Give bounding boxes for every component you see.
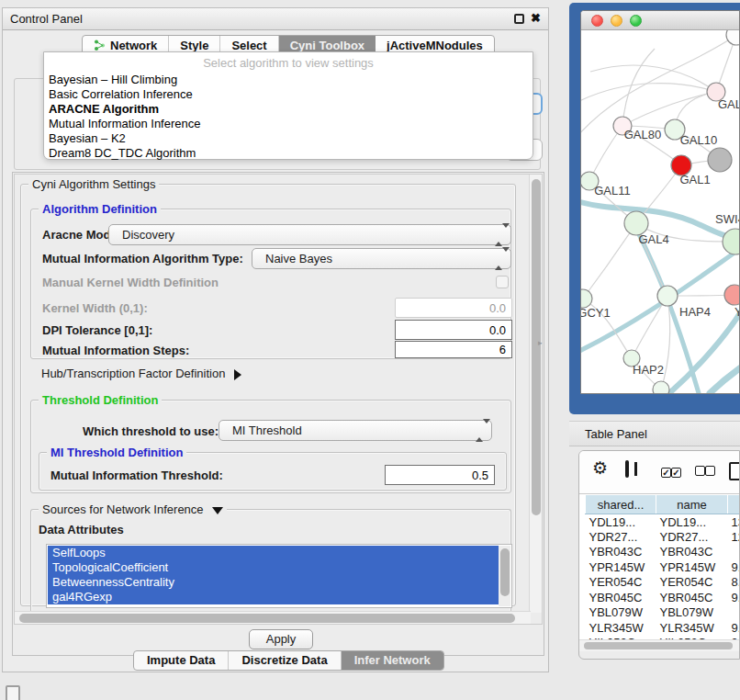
algorithm-option[interactable]: Basic Correlation Inference	[44, 87, 533, 102]
settings-vertical-scrollbar-thumb[interactable]	[532, 179, 541, 515]
which-threshold-label: Which threshold to use:	[83, 424, 219, 438]
algorithm-option[interactable]: Dream8 DC_TDC Algorithm	[44, 146, 533, 161]
algorithm-option[interactable]: Mutual Information Inference	[44, 117, 533, 131]
minimized-panel-icon[interactable]	[6, 685, 20, 700]
algorithm-option[interactable]: Bayesian – Hill Climbing	[44, 73, 533, 87]
network-window-titlebar[interactable]	[581, 11, 739, 30]
manual-kernel-width-checkbox[interactable]	[496, 276, 509, 288]
attribute-list-scrollbar[interactable]	[499, 546, 510, 606]
settings-horizontal-scrollbar[interactable]	[15, 611, 531, 624]
table-cell: 9.	[728, 559, 740, 575]
close-traffic-light-icon[interactable]	[591, 15, 603, 27]
select-all-checkboxes-icon[interactable]: ✓✓	[661, 465, 681, 479]
tab-label: Style	[180, 39, 208, 52]
bottom-tab-discretize-data[interactable]: Discretize Data	[229, 651, 341, 670]
network-node-hap4[interactable]	[657, 286, 678, 306]
aracne-mode-value: Discovery	[122, 228, 174, 242]
table-row[interactable]: YBR045CYBR045C9.	[586, 590, 740, 605]
close-icon[interactable]: ✖	[531, 11, 541, 25]
table-cell: YLR345W	[586, 620, 656, 636]
network-node-label: GAL80	[624, 128, 661, 141]
table-row[interactable]: YPR145WYPR145W9.	[586, 559, 740, 575]
network-node[interactable]	[653, 381, 669, 393]
mi-algorithm-type-combobox[interactable]: Naive Bayes	[252, 248, 511, 269]
network-edge[interactable]	[632, 296, 667, 358]
cyni-settings-container: Cyni Algorithm Settings Algorithm Defini…	[12, 172, 544, 656]
table-panel-titlebar: Table Panel	[569, 421, 740, 446]
mi-steps-field[interactable]	[395, 341, 512, 358]
data-attribute-item[interactable]: TopologicalCoefficient	[48, 560, 499, 575]
network-edge[interactable]	[581, 84, 716, 104]
network-graph[interactable]: GAL7GAL80GAL10GAL1GAL11GAL4SWI4HAP4YGCY1…	[581, 30, 740, 393]
aracne-mode-combobox[interactable]: Discovery	[108, 224, 511, 245]
network-node[interactable]	[726, 30, 740, 45]
table-horizontal-scrollbar-thumb[interactable]	[584, 642, 733, 649]
node-table: shared...nameA YDL19...YDL19...13YDR27..…	[579, 494, 740, 641]
new-table-icon[interactable]	[729, 462, 740, 480]
data-attributes-list[interactable]: SelfLoopsTopologicalCoefficientBetweenne…	[46, 544, 512, 608]
minimize-traffic-light-icon[interactable]	[611, 15, 622, 27]
table-row[interactable]: YER054CYER054C8.	[586, 575, 740, 591]
tab-label: Cyni Toolbox	[290, 39, 364, 52]
collapse-down-icon[interactable]	[212, 507, 223, 514]
table-column-header[interactable]: shared...	[586, 495, 656, 514]
network-node-gcy1[interactable]	[581, 289, 592, 308]
hub-tf-definition-toggle[interactable]: Hub/Transcription Factor Definition	[41, 367, 241, 380]
network-node-swi4[interactable]	[723, 229, 740, 254]
hub-tf-definition-label: Hub/Transcription Factor Definition	[41, 367, 225, 380]
data-attribute-item[interactable]: BetweennessCentrality	[48, 575, 499, 590]
cyni-algorithm-settings-group: Cyni Algorithm Settings Algorithm Defini…	[20, 184, 516, 606]
columns-icon[interactable]	[625, 460, 629, 478]
network-node-label: GAL11	[594, 184, 631, 198]
table-cell	[728, 605, 740, 621]
gear-icon[interactable]: ⚙	[592, 459, 608, 478]
settings-vertical-scrollbar[interactable]	[529, 175, 542, 613]
data-attribute-item[interactable]: gal4RGexp	[48, 590, 499, 604]
settings-horizontal-scrollbar-thumb[interactable]	[19, 614, 515, 623]
table-cell: YPR145W	[586, 559, 656, 575]
table-cell: YBR045C	[586, 590, 656, 605]
algorithm-option[interactable]: ARACNE Algorithm	[44, 102, 533, 117]
table-cell: YLR345W	[656, 620, 728, 636]
mi-threshold-field[interactable]	[385, 465, 495, 485]
network-edge[interactable]	[590, 65, 716, 92]
splitter-handle-icon[interactable]: ▸	[538, 338, 543, 347]
float-window-icon[interactable]	[514, 14, 524, 24]
deselect-all-checkboxes-icon[interactable]	[695, 465, 715, 479]
zoom-traffic-light-icon[interactable]	[630, 15, 642, 27]
table-cell: YDR27...	[586, 529, 656, 545]
mi-threshold-definition-label: MI Threshold Definition	[47, 446, 186, 459]
table-cell: 9.	[728, 590, 740, 605]
table-cell: 8.	[728, 575, 740, 591]
network-edge[interactable]	[622, 49, 655, 126]
attribute-list-scrollbar-thumb[interactable]	[500, 548, 510, 596]
data-attribute-item[interactable]: SelfLoops	[48, 546, 499, 560]
table-row[interactable]: YLR345WYLR345W9.	[586, 620, 740, 636]
table-row[interactable]: YBR043CYBR043C	[586, 545, 740, 560]
which-threshold-value: MI Threshold	[232, 423, 302, 437]
algorithm-option[interactable]: Bayesian – K2	[44, 131, 533, 146]
network-edge-highlighted[interactable]	[710, 361, 740, 393]
apply-button[interactable]: Apply	[249, 629, 313, 649]
table-row[interactable]: YDL19...YDL19...13	[586, 514, 740, 530]
which-threshold-combobox[interactable]: MI Threshold	[219, 420, 492, 441]
table-row[interactable]: YBL079WYBL079W	[586, 605, 740, 621]
network-node[interactable]	[708, 148, 732, 172]
network-canvas[interactable]: GAL7GAL80GAL10GAL1GAL11GAL4SWI4HAP4YGCY1…	[581, 30, 740, 393]
network-node-label: SWI4	[715, 212, 740, 226]
network-node-y[interactable]	[724, 285, 740, 305]
table-cell: YER054C	[586, 575, 656, 591]
network-edge[interactable]	[583, 223, 636, 299]
table-horizontal-scrollbar[interactable]	[579, 639, 739, 651]
mi-threshold-definition-group: MI Threshold Definition Mutual Informati…	[39, 452, 507, 491]
dpi-tolerance-field[interactable]	[395, 320, 512, 340]
table-toolbar: ⚙ ✓✓	[579, 451, 739, 494]
bottom-tab-impute-data[interactable]: Impute Data	[134, 651, 229, 670]
table-row[interactable]: YDR27...YDR27...12	[586, 529, 740, 545]
manual-kernel-width-label: Manual Kernel Width Definition	[42, 276, 219, 289]
bottom-tab-infer-network[interactable]: Infer Network	[342, 651, 443, 670]
table-column-header[interactable]: A	[728, 495, 740, 514]
network-window[interactable]: GAL7GAL80GAL10GAL1GAL11GAL4SWI4HAP4YGCY1…	[580, 10, 740, 394]
table-column-header[interactable]: name	[656, 495, 728, 514]
network-node-label: HAP2	[633, 363, 664, 377]
